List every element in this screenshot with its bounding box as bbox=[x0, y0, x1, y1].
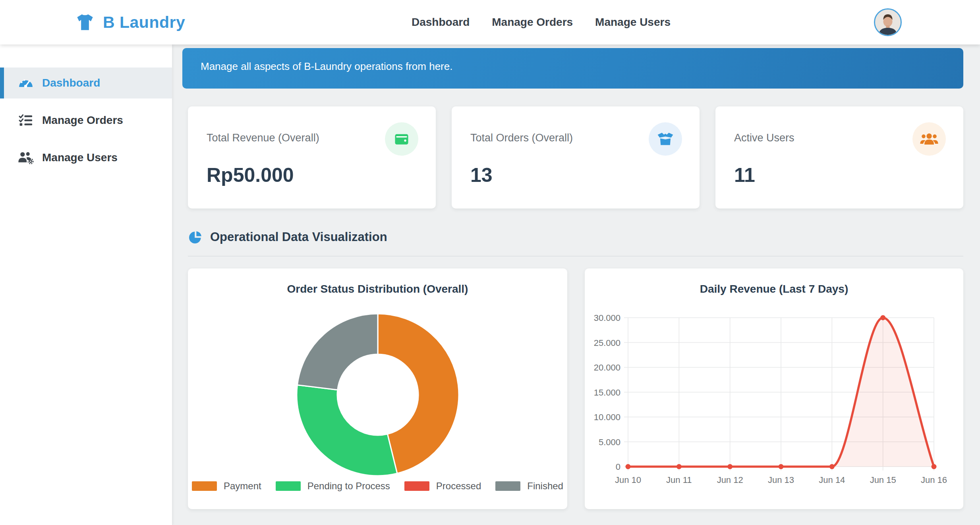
data-point-jun-10 bbox=[626, 464, 631, 469]
brand-logo[interactable]: B Laundry bbox=[74, 0, 185, 44]
order-status-chart-card: Order Status Distribution (Overall) Paym… bbox=[188, 268, 567, 509]
navbar-links: Dashboard Manage Orders Manage Users bbox=[412, 0, 671, 44]
x-axis-tick-label: Jun 11 bbox=[666, 475, 692, 485]
data-point-jun-14 bbox=[829, 464, 835, 469]
users-icon bbox=[912, 122, 946, 156]
sidebar: Dashboard Manage Orders bbox=[0, 44, 172, 525]
nav-link-manage-orders[interactable]: Manage Orders bbox=[492, 16, 573, 29]
legend-label: Processed bbox=[436, 481, 481, 492]
legend-swatch bbox=[276, 481, 301, 491]
sidebar-item-manage-orders[interactable]: Manage Orders bbox=[0, 105, 172, 136]
x-axis-tick-label: Jun 13 bbox=[768, 475, 794, 485]
stat-card-total-revenue: Total Revenue (Overall) Rp50.000 bbox=[188, 106, 436, 208]
data-point-jun-11 bbox=[677, 464, 682, 469]
section-title: Operational Data Visualization bbox=[210, 230, 387, 244]
data-point-jun-13 bbox=[779, 464, 784, 469]
daily-revenue-chart-card: Daily Revenue (Last 7 Days) 05.00010.000… bbox=[585, 268, 963, 509]
sidebar-item-label: Dashboard bbox=[42, 77, 100, 89]
main-content: Manage all aspects of B-Laundry operatio… bbox=[173, 44, 980, 525]
nav-link-dashboard[interactable]: Dashboard bbox=[412, 16, 470, 29]
data-point-jun-16 bbox=[932, 464, 937, 469]
x-axis-tick-label: Jun 10 bbox=[615, 475, 641, 485]
line-chart: 05.00010.00015.00020.00025.00030.000Jun … bbox=[585, 268, 963, 509]
stat-label: Active Users bbox=[734, 132, 794, 144]
donut-chart bbox=[188, 268, 567, 509]
legend-item-finished[interactable]: Finished bbox=[495, 481, 563, 492]
legend-swatch bbox=[192, 481, 217, 491]
stat-card-active-users: Active Users 11 bbox=[715, 106, 963, 208]
x-axis-tick-label: Jun 16 bbox=[921, 475, 947, 485]
top-navbar: B Laundry Dashboard Manage Orders Manage… bbox=[0, 0, 980, 44]
legend-item-payment[interactable]: Payment bbox=[192, 481, 261, 492]
y-axis-tick-label: 25.000 bbox=[594, 338, 620, 348]
avatar-photo bbox=[875, 10, 901, 35]
y-axis-tick-label: 10.000 bbox=[594, 412, 620, 422]
stat-label: Total Revenue (Overall) bbox=[207, 132, 319, 144]
x-axis-tick-label: Jun 12 bbox=[717, 475, 743, 485]
brand-text: B Laundry bbox=[103, 13, 185, 32]
x-axis-tick-label: Jun 14 bbox=[819, 475, 845, 485]
data-point-jun-12 bbox=[727, 464, 733, 469]
x-axis-tick-label: Jun 15 bbox=[870, 475, 896, 485]
stat-value: Rp50.000 bbox=[207, 164, 294, 187]
stat-value: 13 bbox=[470, 164, 493, 187]
legend-swatch bbox=[495, 481, 520, 491]
banner-text: Manage all aspects of B-Laundry operatio… bbox=[201, 60, 452, 72]
sidebar-item-label: Manage Orders bbox=[42, 114, 123, 127]
legend-item-pending-to-process[interactable]: Pending to Process bbox=[276, 481, 390, 492]
users-gear-icon bbox=[17, 150, 34, 165]
y-axis-tick-label: 0 bbox=[616, 462, 620, 472]
donut-legend: PaymentPending to ProcessProcessedFinish… bbox=[188, 481, 567, 492]
y-axis-tick-label: 20.000 bbox=[594, 363, 620, 373]
list-check-icon bbox=[17, 113, 34, 128]
legend-item-processed[interactable]: Processed bbox=[404, 481, 481, 492]
nav-link-manage-users[interactable]: Manage Users bbox=[595, 16, 671, 29]
section-divider bbox=[188, 256, 963, 257]
stat-label: Total Orders (Overall) bbox=[470, 132, 573, 144]
sidebar-item-label: Manage Users bbox=[42, 151, 118, 164]
stat-card-total-orders: Total Orders (Overall) 13 bbox=[452, 106, 700, 208]
wallet-icon bbox=[385, 122, 418, 156]
sidebar-item-dashboard[interactable]: Dashboard bbox=[0, 68, 172, 98]
stat-value: 11 bbox=[734, 164, 755, 187]
donut-segment-pending-to-process bbox=[297, 385, 397, 476]
donut-segment-finished bbox=[297, 314, 378, 390]
user-avatar[interactable] bbox=[874, 8, 902, 36]
legend-label: Finished bbox=[527, 481, 563, 492]
chart-pie-icon bbox=[188, 230, 203, 245]
legend-label: Payment bbox=[224, 481, 261, 492]
tshirt-icon bbox=[74, 12, 96, 32]
y-axis-tick-label: 5.000 bbox=[599, 437, 620, 447]
welcome-banner: Manage all aspects of B-Laundry operatio… bbox=[182, 48, 963, 89]
y-axis-tick-label: 15.000 bbox=[594, 388, 620, 398]
legend-swatch bbox=[404, 481, 429, 491]
gauge-icon bbox=[17, 75, 34, 91]
sidebar-item-manage-users[interactable]: Manage Users bbox=[0, 142, 172, 173]
data-point-jun-15 bbox=[880, 315, 885, 320]
y-axis-tick-label: 30.000 bbox=[594, 313, 620, 323]
box-open-icon bbox=[649, 122, 682, 156]
legend-label: Pending to Process bbox=[307, 481, 390, 492]
section-header: Operational Data Visualization bbox=[188, 230, 387, 245]
